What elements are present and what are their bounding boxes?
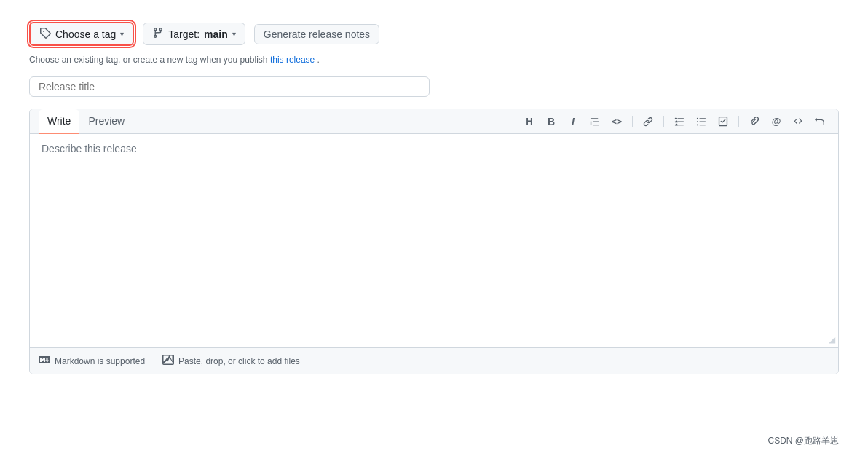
task-list-button[interactable] [714, 112, 733, 131]
markdown-text: Markdown is supported [55, 356, 145, 366]
chevron-down-icon: ▾ [120, 30, 124, 38]
helper-text-before: Choose an existing tag, or create a new … [29, 55, 268, 65]
target-button[interactable]: Target: main ▾ [143, 23, 245, 45]
editor-body: ◢ [30, 134, 838, 347]
reference-button[interactable] [789, 112, 808, 131]
quote-button[interactable] [585, 112, 604, 131]
attach-file-button[interactable] [745, 112, 764, 131]
helper-text-after: . [317, 55, 320, 65]
target-label: Target: [168, 28, 200, 40]
markdown-supported-label: Markdown is supported [39, 354, 145, 368]
watermark-text: CSDN @跑路羊崽 [768, 436, 839, 446]
choose-tag-button[interactable]: Choose a tag ▾ [29, 22, 134, 46]
editor-container: Write Preview H B I <> [29, 109, 839, 374]
target-value: main [204, 28, 228, 40]
tab-preview[interactable]: Preview [79, 109, 133, 134]
unordered-list-button[interactable] [692, 112, 711, 131]
generate-notes-label: Generate release notes [264, 28, 370, 40]
undo-button[interactable] [810, 112, 829, 131]
editor-tab-bar: Write Preview H B I <> [30, 109, 838, 134]
tab-write[interactable]: Write [39, 109, 79, 134]
toolbar-row: Choose a tag ▾ Target: main ▾ Generate r… [29, 22, 839, 46]
markdown-icon [39, 354, 50, 368]
tag-icon [39, 27, 51, 41]
editor-textarea[interactable] [30, 134, 838, 345]
resize-handle: ◢ [829, 334, 835, 345]
code-button[interactable]: <> [607, 112, 626, 131]
files-text: Paste, drop, or click to add files [178, 356, 300, 366]
generate-release-notes-button[interactable]: Generate release notes [254, 24, 379, 44]
heading-button[interactable]: H [520, 112, 539, 131]
toolbar-separator-2 [663, 116, 664, 127]
italic-button[interactable]: I [564, 112, 583, 131]
link-button[interactable] [639, 112, 658, 131]
toolbar-separator-1 [632, 116, 633, 127]
toolbar-separator-3 [738, 116, 739, 127]
bold-button[interactable]: B [542, 112, 561, 131]
target-chevron-icon: ▾ [232, 30, 236, 38]
markdown-toolbar: H B I <> [520, 112, 829, 131]
helper-text: Choose an existing tag, or create a new … [29, 55, 839, 65]
paste-files-label[interactable]: Paste, drop, or click to add files [162, 354, 300, 368]
choose-tag-label: Choose a tag [55, 28, 116, 40]
ordered-list-button[interactable] [670, 112, 689, 131]
release-title-input[interactable] [29, 76, 430, 97]
mention-button[interactable]: @ [767, 112, 786, 131]
branch-icon [152, 27, 164, 41]
page-container: Choose a tag ▾ Target: main ▾ Generate r… [0, 0, 868, 456]
this-release-link[interactable]: this release [270, 55, 315, 65]
editor-footer: Markdown is supported Paste, drop, or cl… [30, 347, 838, 374]
image-icon [162, 354, 174, 368]
watermark: CSDN @跑路羊崽 [768, 435, 839, 447]
